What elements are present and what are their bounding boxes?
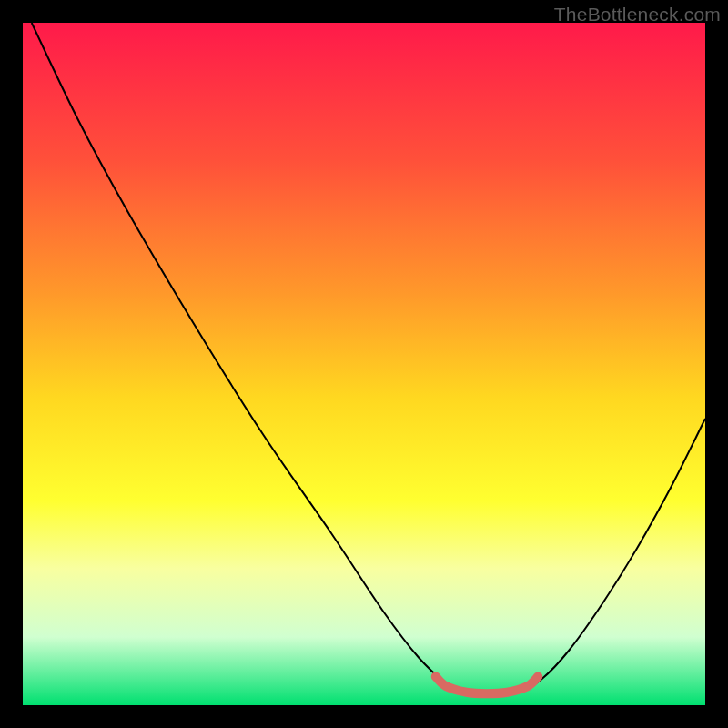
watermark-text: TheBottleneck.com (554, 4, 721, 25)
chart-svg (23, 23, 705, 705)
plot-area (23, 23, 705, 705)
chart-frame: TheBottleneck.com (0, 0, 728, 728)
